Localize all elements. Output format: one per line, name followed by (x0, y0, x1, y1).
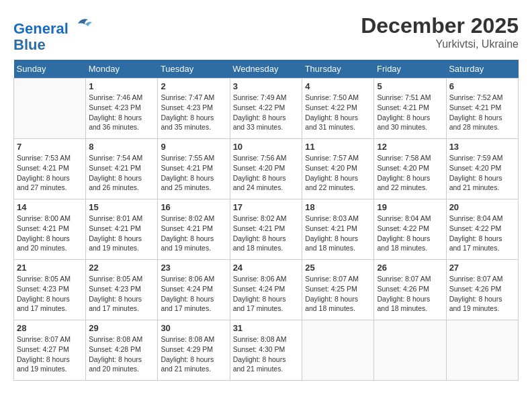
calendar-cell: 21Sunrise: 8:05 AM Sunset: 4:23 PM Dayli… (14, 260, 86, 320)
calendar-cell: 19Sunrise: 8:04 AM Sunset: 4:22 PM Dayli… (374, 199, 446, 260)
calendar-cell: 4Sunrise: 7:50 AM Sunset: 4:22 PM Daylig… (302, 79, 374, 139)
day-number: 12 (377, 142, 443, 152)
calendar-cell: 25Sunrise: 8:07 AM Sunset: 4:25 PM Dayli… (302, 260, 374, 320)
day-number: 10 (233, 142, 300, 152)
day-number: 26 (377, 263, 443, 273)
day-number: 11 (305, 142, 371, 152)
calendar-cell: 15Sunrise: 8:01 AM Sunset: 4:21 PM Dayli… (86, 199, 158, 260)
calendar-cell: 3Sunrise: 7:49 AM Sunset: 4:22 PM Daylig… (230, 79, 302, 139)
weekday-header-friday: Friday (374, 60, 446, 79)
day-details: Sunrise: 8:02 AM Sunset: 4:21 PM Dayligh… (161, 214, 226, 253)
day-number: 20 (449, 202, 515, 212)
weekday-header-monday: Monday (86, 60, 158, 79)
calendar-cell: 14Sunrise: 8:00 AM Sunset: 4:21 PM Dayli… (14, 199, 86, 260)
day-number: 6 (449, 81, 515, 91)
calendar-cell: 10Sunrise: 7:56 AM Sunset: 4:20 PM Dayli… (230, 139, 302, 199)
day-number: 5 (377, 81, 443, 91)
day-details: Sunrise: 7:59 AM Sunset: 4:20 PM Dayligh… (449, 153, 515, 193)
day-number: 1 (89, 81, 154, 91)
day-details: Sunrise: 8:00 AM Sunset: 4:21 PM Dayligh… (17, 214, 83, 253)
day-number: 13 (449, 142, 515, 152)
day-number: 7 (17, 142, 83, 152)
day-number: 27 (449, 263, 515, 273)
calendar-cell: 13Sunrise: 7:59 AM Sunset: 4:20 PM Dayli… (446, 139, 518, 199)
calendar-cell (14, 79, 86, 139)
calendar-cell (302, 320, 374, 381)
day-details: Sunrise: 8:07 AM Sunset: 4:25 PM Dayligh… (305, 274, 371, 314)
day-details: Sunrise: 8:08 AM Sunset: 4:29 PM Dayligh… (161, 334, 226, 374)
calendar-cell: 26Sunrise: 8:07 AM Sunset: 4:26 PM Dayli… (374, 260, 446, 320)
title-block: December 2025 Yurkivtsi, Ukraine (361, 13, 519, 50)
day-number: 14 (17, 202, 83, 212)
day-details: Sunrise: 7:50 AM Sunset: 4:22 PM Dayligh… (305, 93, 371, 132)
day-details: Sunrise: 7:49 AM Sunset: 4:22 PM Dayligh… (233, 93, 300, 132)
day-details: Sunrise: 8:05 AM Sunset: 4:23 PM Dayligh… (17, 274, 83, 314)
month-title: December 2025 (361, 13, 519, 38)
calendar-cell: 12Sunrise: 7:58 AM Sunset: 4:20 PM Dayli… (374, 139, 446, 199)
page-header: General Blue December 2025 Yurkivtsi, Uk… (13, 13, 519, 53)
calendar-cell: 27Sunrise: 8:07 AM Sunset: 4:26 PM Dayli… (446, 260, 518, 320)
calendar-cell: 22Sunrise: 8:05 AM Sunset: 4:23 PM Dayli… (86, 260, 158, 320)
day-number: 25 (305, 263, 371, 273)
day-details: Sunrise: 8:04 AM Sunset: 4:22 PM Dayligh… (449, 214, 515, 253)
calendar-week-2: 7Sunrise: 7:53 AM Sunset: 4:21 PM Daylig… (14, 139, 519, 199)
logo-blue: Blue (13, 36, 46, 53)
day-details: Sunrise: 7:53 AM Sunset: 4:21 PM Dayligh… (17, 153, 83, 193)
calendar-cell: 28Sunrise: 8:07 AM Sunset: 4:27 PM Dayli… (14, 320, 86, 381)
day-number: 18 (305, 202, 371, 212)
calendar-cell: 23Sunrise: 8:06 AM Sunset: 4:24 PM Dayli… (158, 260, 230, 320)
day-details: Sunrise: 7:58 AM Sunset: 4:20 PM Dayligh… (377, 153, 443, 193)
day-details: Sunrise: 8:07 AM Sunset: 4:26 PM Dayligh… (377, 274, 443, 314)
location-subtitle: Yurkivtsi, Ukraine (361, 38, 519, 50)
day-number: 30 (161, 323, 226, 333)
day-number: 28 (17, 323, 83, 333)
day-number: 29 (89, 323, 154, 333)
calendar-cell: 18Sunrise: 8:03 AM Sunset: 4:21 PM Dayli… (302, 199, 374, 260)
day-number: 15 (89, 202, 154, 212)
calendar-table: SundayMondayTuesdayWednesdayThursdayFrid… (13, 60, 519, 381)
day-details: Sunrise: 8:08 AM Sunset: 4:28 PM Dayligh… (89, 334, 154, 374)
calendar-cell: 11Sunrise: 7:57 AM Sunset: 4:20 PM Dayli… (302, 139, 374, 199)
day-details: Sunrise: 7:51 AM Sunset: 4:21 PM Dayligh… (377, 93, 443, 132)
day-details: Sunrise: 7:55 AM Sunset: 4:21 PM Dayligh… (161, 153, 226, 193)
calendar-week-5: 28Sunrise: 8:07 AM Sunset: 4:27 PM Dayli… (14, 320, 519, 381)
calendar-cell: 7Sunrise: 7:53 AM Sunset: 4:21 PM Daylig… (14, 139, 86, 199)
day-number: 17 (233, 202, 300, 212)
weekday-header-wednesday: Wednesday (230, 60, 302, 79)
calendar-cell: 6Sunrise: 7:52 AM Sunset: 4:21 PM Daylig… (446, 79, 518, 139)
calendar-week-4: 21Sunrise: 8:05 AM Sunset: 4:23 PM Dayli… (14, 260, 519, 320)
logo-general: General (13, 20, 69, 37)
day-number: 8 (89, 142, 154, 152)
day-details: Sunrise: 8:02 AM Sunset: 4:21 PM Dayligh… (233, 214, 300, 253)
calendar-cell: 30Sunrise: 8:08 AM Sunset: 4:29 PM Dayli… (158, 320, 230, 381)
calendar-week-1: 1Sunrise: 7:46 AM Sunset: 4:23 PM Daylig… (14, 79, 519, 139)
calendar-cell: 5Sunrise: 7:51 AM Sunset: 4:21 PM Daylig… (374, 79, 446, 139)
day-details: Sunrise: 7:52 AM Sunset: 4:21 PM Dayligh… (449, 93, 515, 132)
logo: General Blue (13, 13, 94, 53)
calendar-cell: 31Sunrise: 8:08 AM Sunset: 4:30 PM Dayli… (230, 320, 302, 381)
day-details: Sunrise: 7:57 AM Sunset: 4:20 PM Dayligh… (305, 153, 371, 193)
weekday-header-tuesday: Tuesday (158, 60, 230, 79)
calendar-cell: 29Sunrise: 8:08 AM Sunset: 4:28 PM Dayli… (86, 320, 158, 381)
day-details: Sunrise: 8:05 AM Sunset: 4:23 PM Dayligh… (89, 274, 154, 314)
day-number: 23 (161, 263, 226, 273)
calendar-header-row: SundayMondayTuesdayWednesdayThursdayFrid… (14, 60, 519, 79)
day-number: 21 (17, 263, 83, 273)
day-details: Sunrise: 8:07 AM Sunset: 4:26 PM Dayligh… (449, 274, 515, 314)
calendar-cell: 9Sunrise: 7:55 AM Sunset: 4:21 PM Daylig… (158, 139, 230, 199)
day-number: 2 (161, 81, 226, 91)
day-details: Sunrise: 7:54 AM Sunset: 4:21 PM Dayligh… (89, 153, 154, 193)
day-details: Sunrise: 8:06 AM Sunset: 4:24 PM Dayligh… (161, 274, 226, 314)
day-details: Sunrise: 7:56 AM Sunset: 4:20 PM Dayligh… (233, 153, 300, 193)
day-details: Sunrise: 8:08 AM Sunset: 4:30 PM Dayligh… (233, 334, 300, 374)
day-details: Sunrise: 8:06 AM Sunset: 4:24 PM Dayligh… (233, 274, 300, 314)
calendar-cell: 2Sunrise: 7:47 AM Sunset: 4:23 PM Daylig… (158, 79, 230, 139)
logo-bird-icon (74, 13, 94, 34)
day-number: 9 (161, 142, 226, 152)
day-details: Sunrise: 7:47 AM Sunset: 4:23 PM Dayligh… (161, 93, 226, 132)
day-details: Sunrise: 8:03 AM Sunset: 4:21 PM Dayligh… (305, 214, 371, 253)
calendar-cell: 17Sunrise: 8:02 AM Sunset: 4:21 PM Dayli… (230, 199, 302, 260)
calendar-body: 1Sunrise: 7:46 AM Sunset: 4:23 PM Daylig… (14, 79, 519, 381)
day-details: Sunrise: 8:07 AM Sunset: 4:27 PM Dayligh… (17, 334, 83, 374)
day-number: 4 (305, 81, 371, 91)
